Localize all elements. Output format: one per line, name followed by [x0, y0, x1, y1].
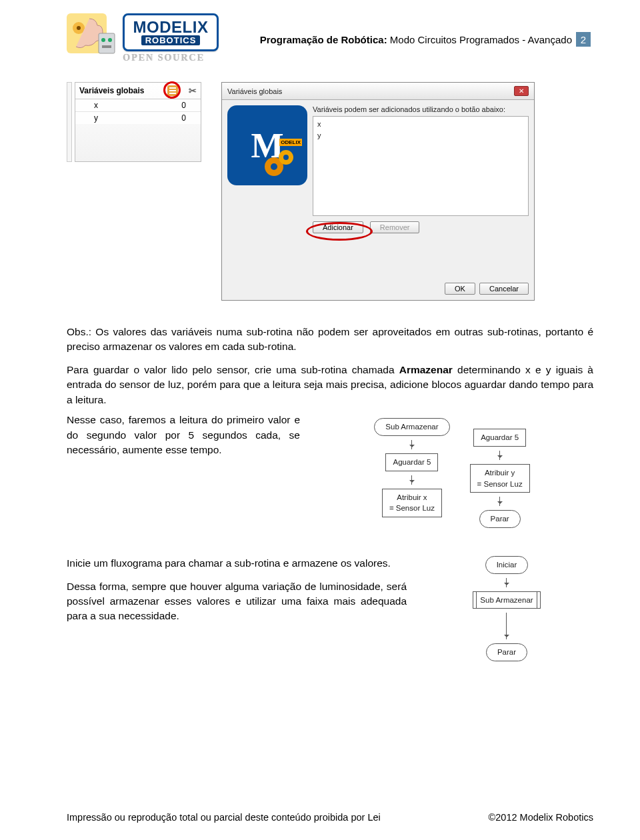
flow-node-wait: Aguardar 5	[473, 429, 526, 447]
header-title-bold: Programação de Robótica:	[260, 34, 390, 45]
dialog-figure: Variáveis globais ✕ M ODELIX Variáveis p…	[221, 82, 535, 301]
var-name: y	[94, 113, 98, 123]
panel-rows: x0 y0	[75, 99, 201, 124]
flow-node-call-sub: Sub Armazenar	[473, 591, 540, 609]
page-footer: Impressão ou reprodução total ou parcial…	[67, 812, 593, 823]
figures-row: Variáveis globais ✂ x0 y0 Variáveis glob…	[67, 82, 593, 301]
remove-button[interactable]: Remover	[370, 221, 420, 233]
footer-left: Impressão ou reprodução total ou parcial…	[67, 812, 381, 823]
page-number-badge: 2	[576, 32, 591, 47]
arrow-down-icon	[506, 613, 507, 639]
svg-rect-6	[102, 45, 111, 48]
panel-figure: Variáveis globais ✂ x0 y0	[67, 82, 201, 301]
footer-right: ©2012 Modelix Robotics	[489, 812, 593, 823]
dialog-list[interactable]: x y	[313, 116, 529, 216]
list-item[interactable]: y	[317, 130, 524, 141]
gear-icon	[262, 147, 295, 180]
row-flow-1: Nesse caso, faremos a leitura do primeir…	[67, 415, 593, 528]
logo-bar-text: ODELIX	[279, 139, 302, 146]
svg-point-14	[283, 155, 289, 160]
flow-node-stop: Parar	[486, 643, 527, 661]
table-row: x0	[75, 99, 201, 112]
globals-dialog: Variáveis globais ✕ M ODELIX Variáveis p…	[221, 82, 535, 301]
flow-node-assign-y: Atribuir y = Sensor Luz	[470, 464, 530, 493]
row-flow-2: Inicie um fluxograma para chamar a sub-r…	[67, 556, 593, 661]
arrow-down-icon	[411, 475, 412, 485]
globals-panel: Variáveis globais ✂ x0 y0	[75, 82, 201, 162]
p2-bold: Armazenar	[399, 364, 453, 375]
logo-block: MODELIX ROBOTICS OPEN SOURCE	[67, 13, 219, 63]
brand-sub: ROBOTICS	[141, 35, 201, 45]
table-row: y0	[75, 112, 201, 124]
flow-node-wait: Aguardar 5	[385, 453, 438, 471]
brand-name: MODELIX	[133, 18, 209, 37]
paragraph-3: Nesse caso, faremos a leitura do primeir…	[67, 413, 300, 457]
var-value: 0	[181, 101, 186, 110]
modelix-app-icon: M ODELIX	[227, 105, 307, 185]
panel-title: Variáveis globais	[79, 86, 144, 95]
var-name: x	[94, 101, 98, 110]
flow-node-start: Iniciar	[485, 556, 529, 574]
var-value: 0	[181, 113, 186, 123]
open-source-text: OPEN SOURCE	[123, 53, 219, 63]
list-item[interactable]: x	[317, 119, 524, 130]
brain-robot-icon	[67, 13, 119, 57]
svg-rect-3	[99, 33, 115, 53]
p2-a: Para guardar o valor lido pelo sensor, c…	[67, 364, 399, 375]
flow-figure-2: Iniciar Sub Armazenar Parar	[420, 556, 593, 661]
svg-point-12	[271, 163, 277, 170]
flow-node-stop: Parar	[479, 510, 521, 528]
body-text: Obs.: Os valores das variáveis numa sub-…	[67, 325, 593, 661]
svg-point-4	[101, 38, 105, 42]
flow-figure-1: Sub Armazenar Aguardar 5 Atribuir x = Se…	[311, 415, 593, 528]
page-header: MODELIX ROBOTICS OPEN SOURCE Programação…	[67, 13, 593, 63]
highlight-oval-icon	[306, 222, 373, 241]
ok-button[interactable]: OK	[445, 283, 475, 295]
svg-point-5	[108, 38, 112, 42]
flow-node-assign-x: Atribuir x = Sensor Luz	[382, 489, 442, 517]
dialog-titlebar: Variáveis globais ✕	[222, 83, 534, 100]
header-title-row: Programação de Robótica: Modo Circuitos …	[227, 13, 593, 47]
arrow-down-icon	[411, 440, 412, 449]
paragraph-obs: Obs.: Os valores das variáveis numa sub-…	[67, 325, 593, 355]
arrow-down-icon	[499, 497, 500, 506]
arrow-down-icon	[506, 578, 507, 587]
paragraph-5: Dessa forma, sempre que houver alguma va…	[67, 579, 407, 624]
modelix-logo: MODELIX ROBOTICS OPEN SOURCE	[123, 13, 219, 63]
svg-point-2	[77, 26, 81, 30]
dialog-title: Variáveis globais	[227, 87, 282, 95]
panel-header: Variáveis globais ✂	[75, 83, 201, 99]
arrow-down-icon	[499, 451, 500, 460]
close-icon[interactable]: ✕	[514, 86, 529, 96]
flow-node-sub: Sub Armazenar	[374, 418, 449, 436]
dialog-hint: Variáveis podem ser adicionados utilizan…	[313, 105, 529, 113]
paragraph-2: Para guardar o valor lido pelo sensor, c…	[67, 363, 593, 407]
cancel-button[interactable]: Cancelar	[479, 283, 529, 295]
scissors-icon[interactable]: ✂	[189, 85, 197, 96]
highlight-circle-icon	[163, 81, 181, 99]
paragraph-4: Inicie um fluxograma para chamar a sub-r…	[67, 556, 407, 571]
header-title-rest: Modo Circuitos Programados - Avançado	[390, 34, 572, 45]
